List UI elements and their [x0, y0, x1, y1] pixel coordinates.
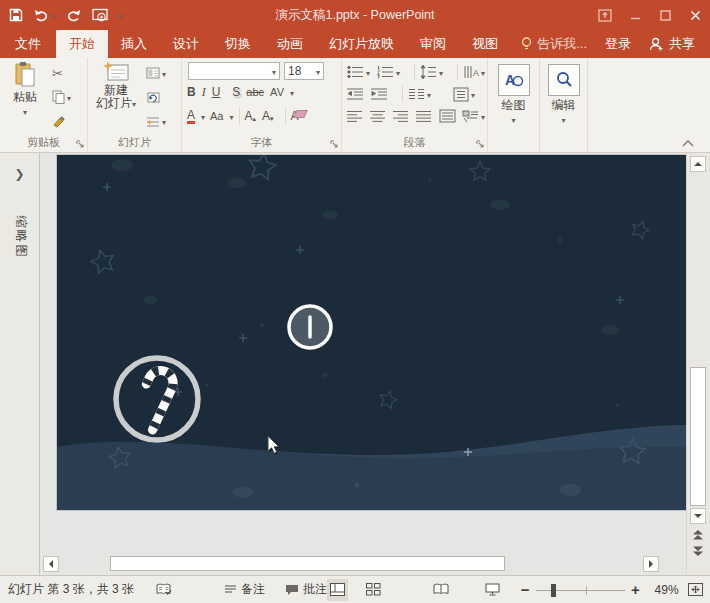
align-left-button[interactable] [347, 110, 363, 123]
circle-indicator-shape[interactable] [289, 306, 331, 348]
font-size-combobox[interactable]: 18 [284, 62, 324, 80]
section-dropdown[interactable] [162, 114, 166, 128]
tab-insert[interactable]: 插入 [108, 30, 160, 58]
smartart-convert-button[interactable] [462, 109, 479, 123]
zoom-level[interactable]: 49% [652, 583, 679, 597]
distribute-text-button[interactable] [439, 109, 456, 123]
tab-animations[interactable]: 动画 [264, 30, 316, 58]
save-button[interactable] [9, 8, 23, 22]
collapse-ribbon-button[interactable] [682, 140, 694, 147]
layout-dropdown[interactable] [162, 66, 166, 80]
share-button[interactable]: 共享 [640, 30, 704, 58]
minimize-button[interactable] [620, 0, 650, 30]
decrease-indent-button[interactable] [347, 87, 364, 101]
zoom-slider-thumb[interactable] [551, 584, 556, 597]
copy-button[interactable] [48, 85, 71, 109]
columns-dropdown[interactable] [427, 87, 431, 101]
proofing-status-button[interactable] [156, 583, 172, 596]
section-button[interactable] [142, 109, 166, 133]
text-shadow-button[interactable]: S [232, 85, 240, 99]
font-color-dropdown[interactable] [201, 109, 205, 123]
line-spacing-button[interactable] [420, 65, 437, 79]
text-direction-dropdown[interactable] [481, 65, 485, 79]
zoom-out-button[interactable]: − [521, 585, 530, 595]
scroll-left-button[interactable] [43, 556, 59, 572]
grow-font-button[interactable]: A▴ [245, 109, 257, 123]
tab-slideshow[interactable]: 幻灯片放映 [316, 30, 407, 58]
character-spacing-button[interactable]: AV [270, 86, 284, 98]
strikethrough-button[interactable]: abc [246, 86, 264, 98]
slideshow-view-button[interactable] [481, 579, 502, 601]
smartart-convert-dropdown[interactable] [481, 109, 485, 123]
font-color-button[interactable]: A [187, 109, 195, 124]
normal-view-button[interactable] [327, 579, 348, 601]
increase-indent-button[interactable] [371, 87, 388, 101]
editing-button[interactable]: 编辑 [542, 61, 585, 135]
fit-slide-to-window-button[interactable] [685, 579, 706, 601]
undo-dropdown[interactable] [51, 8, 55, 22]
start-slideshow-button[interactable] [92, 8, 108, 22]
slide-sorter-view-button[interactable] [362, 579, 383, 601]
paragraph-dialog-launcher[interactable] [476, 140, 485, 149]
italic-button[interactable]: I [202, 85, 206, 100]
notes-toggle-button[interactable]: 备注 [224, 581, 265, 598]
ribbon-display-options-button[interactable] [590, 0, 620, 30]
shrink-font-button[interactable]: A▾ [262, 109, 274, 123]
undo-button[interactable] [34, 8, 55, 22]
clear-formatting-button[interactable]: A [291, 109, 299, 123]
font-name-combobox[interactable] [188, 62, 280, 80]
tab-review[interactable]: 审阅 [407, 30, 459, 58]
zoom-slider[interactable] [536, 582, 625, 598]
clipboard-dialog-launcher[interactable] [76, 140, 85, 149]
reading-view-button[interactable] [430, 579, 451, 601]
customize-qat-button[interactable] [119, 8, 123, 22]
cut-button[interactable]: ✂ [48, 61, 71, 85]
slide-layout-button[interactable] [142, 61, 166, 85]
tab-file[interactable]: 文件 [0, 30, 56, 58]
change-case-dropdown[interactable] [230, 109, 234, 123]
format-painter-button[interactable] [48, 109, 71, 133]
sign-in-button[interactable]: 登录 [596, 30, 640, 58]
numbering-button[interactable] [377, 65, 394, 79]
slide-counter[interactable]: 幻灯片 第 3 张，共 3 张 [8, 581, 134, 598]
underline-button[interactable]: U [212, 85, 221, 99]
character-spacing-dropdown[interactable] [290, 85, 294, 99]
previous-slide-button[interactable] [692, 529, 704, 541]
drawing-dropdown[interactable] [511, 112, 515, 126]
bold-button[interactable]: B [187, 85, 196, 99]
redo-button[interactable] [66, 9, 81, 22]
tab-design[interactable]: 设计 [160, 30, 212, 58]
maximize-button[interactable] [650, 0, 680, 30]
next-slide-button[interactable] [692, 545, 704, 557]
comments-toggle-button[interactable]: 批注 [285, 581, 327, 598]
change-case-button[interactable]: Aa [210, 110, 223, 122]
reset-slide-button[interactable] [142, 85, 166, 109]
paste-dropdown[interactable] [23, 104, 27, 118]
align-center-button[interactable] [370, 110, 386, 123]
scroll-up-button[interactable] [690, 156, 706, 172]
copy-dropdown[interactable] [67, 90, 71, 104]
tab-home[interactable]: 开始 [56, 30, 108, 58]
numbering-dropdown[interactable] [396, 65, 400, 79]
expand-thumbnails-chevron-icon[interactable]: ❯ [0, 167, 39, 181]
tell-me-box[interactable]: 告诉我... [512, 30, 596, 58]
align-right-button[interactable] [393, 110, 409, 123]
scroll-down-button[interactable] [690, 508, 706, 524]
close-button[interactable] [680, 0, 710, 30]
text-direction-button[interactable]: A [463, 65, 479, 79]
tab-transitions[interactable]: 切换 [212, 30, 264, 58]
align-text-dropdown[interactable] [471, 87, 475, 101]
editing-dropdown[interactable] [561, 112, 565, 126]
justify-button[interactable] [416, 110, 432, 123]
line-spacing-dropdown[interactable] [439, 65, 443, 79]
scroll-right-button[interactable] [643, 556, 659, 572]
tab-view[interactable]: 视图 [459, 30, 511, 58]
slide-canvas[interactable] [57, 155, 686, 510]
horizontal-scroll-thumb[interactable] [110, 556, 505, 571]
align-text-button[interactable] [453, 87, 469, 102]
zoom-in-button[interactable]: + [631, 585, 640, 595]
vertical-scroll-thumb[interactable] [690, 367, 706, 506]
columns-button[interactable] [408, 87, 425, 101]
font-dialog-launcher[interactable] [330, 140, 339, 149]
paste-button[interactable]: 粘贴 [2, 61, 48, 135]
